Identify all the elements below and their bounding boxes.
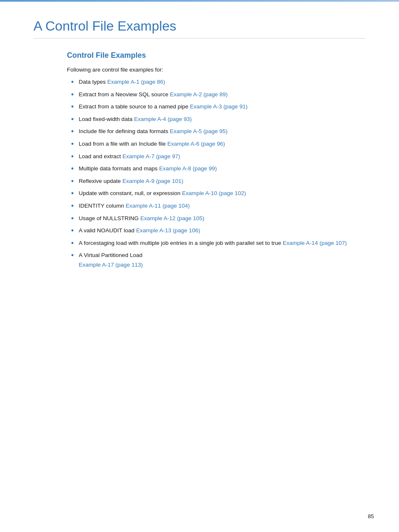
bullet-icon: •: [71, 164, 74, 174]
item-sub-link[interactable]: Example A-17 (page 113): [79, 261, 366, 269]
bullet-icon: •: [71, 152, 74, 162]
item-link[interactable]: Example A-13 (page 106): [136, 227, 200, 234]
item-text: Load and extract: [79, 153, 122, 159]
item-content: Include file for defining data formats E…: [79, 127, 366, 136]
item-content: Update with constant, null, or expressio…: [79, 189, 366, 198]
item-link[interactable]: Example A-4 (page 93): [134, 116, 192, 122]
item-link[interactable]: Example A-2 (page 89): [170, 91, 228, 98]
list-item: •Load and extract Example A-7 (page 97): [67, 152, 366, 162]
list-item: •Extract from a table source to a named …: [67, 103, 366, 112]
bullet-icon: •: [71, 214, 74, 224]
item-text: IDENTITY column: [79, 203, 125, 209]
item-text: Extract from a table source to a named p…: [79, 103, 190, 110]
bullet-icon: •: [71, 115, 74, 124]
item-text: Extract from a Neoview SQL source: [79, 91, 170, 98]
item-content: Load fixed-width data Example A-4 (page …: [79, 115, 366, 123]
section-title: Control File Examples: [67, 51, 366, 60]
page-number: 85: [368, 513, 374, 519]
bullet-icon: •: [71, 189, 74, 198]
list-item: •Reflexive update Example A-9 (page 101): [67, 177, 366, 186]
bullet-icon: •: [71, 202, 74, 211]
item-content: Load from a file with an Include file Ex…: [79, 140, 366, 148]
item-link[interactable]: Example A-6 (page 96): [167, 141, 225, 147]
bullet-icon: •: [71, 251, 74, 260]
item-text: Include file for defining data formats: [79, 128, 170, 134]
item-link[interactable]: Example A-9 (page 101): [123, 178, 184, 184]
bullet-icon: •: [71, 127, 74, 136]
bullet-icon: •: [71, 103, 74, 112]
item-text: Usage of NULLSTRING: [79, 215, 140, 221]
item-content: A forcestaging load with multiple job en…: [79, 239, 366, 247]
item-content: Extract from a Neoview SQL source Exampl…: [79, 90, 366, 99]
list-item: •A Virtual Partitioned LoadExample A-17 …: [67, 251, 366, 269]
intro-text: Following are control file examples for:: [67, 67, 366, 73]
list-item: •A valid NOAUDIT load Example A-13 (page…: [67, 226, 366, 236]
item-link[interactable]: Example A-8 (page 99): [159, 165, 217, 172]
bullet-icon: •: [71, 226, 74, 236]
list-item: •A forcestaging load with multiple job e…: [67, 239, 366, 248]
page-title: A Control File Examples: [33, 18, 366, 39]
item-link[interactable]: Example A-14 (page 107): [283, 240, 347, 246]
bullet-icon: •: [71, 78, 74, 87]
item-content: IDENTITY column Example A-11 (page 104): [79, 202, 366, 210]
item-text: A Virtual Partitioned Load: [79, 252, 142, 258]
item-content: A valid NOAUDIT load Example A-13 (page …: [79, 226, 366, 235]
list-item: •Usage of NULLSTRING Example A-12 (page …: [67, 214, 366, 224]
item-link[interactable]: Example A-7 (page 97): [123, 153, 180, 159]
top-border: [0, 0, 399, 2]
bullet-icon: •: [71, 239, 74, 248]
item-content: Data types Example A-1 (page 86): [79, 78, 366, 86]
item-text: Update with constant, null, or expressio…: [79, 190, 182, 196]
item-content: Usage of NULLSTRING Example A-12 (page 1…: [79, 214, 366, 223]
item-content: Load and extract Example A-7 (page 97): [79, 152, 366, 161]
list-item: •Extract from a Neoview SQL source Examp…: [67, 90, 366, 100]
item-text: Load fixed-width data: [79, 116, 134, 122]
item-text: Reflexive update: [79, 178, 122, 184]
item-link[interactable]: Example A-5 (page 95): [170, 128, 228, 134]
item-content: Reflexive update Example A-9 (page 101): [79, 177, 366, 185]
item-text: A forcestaging load with multiple job en…: [79, 240, 283, 246]
bullet-icon: •: [71, 177, 74, 186]
item-link[interactable]: Example A-3 (page 91): [190, 103, 248, 110]
item-text: Data types: [79, 79, 107, 85]
item-content: Extract from a table source to a named p…: [79, 103, 366, 111]
list-item: •Update with constant, null, or expressi…: [67, 189, 366, 198]
item-link[interactable]: Example A-12 (page 105): [140, 215, 204, 221]
item-content: A Virtual Partitioned LoadExample A-17 (…: [79, 251, 366, 269]
list-item: •Load fixed-width data Example A-4 (page…: [67, 115, 366, 124]
bullet-icon: •: [71, 140, 74, 149]
list-item: •Data types Example A-1 (page 86): [67, 78, 366, 87]
item-text: Multiple data formats and maps: [79, 165, 159, 172]
list-container: •Data types Example A-1 (page 86)•Extrac…: [67, 78, 366, 269]
list-item: •Include file for defining data formats …: [67, 127, 366, 136]
item-link[interactable]: Example A-11 (page 104): [126, 203, 190, 209]
item-text: A valid NOAUDIT load: [79, 227, 136, 234]
bullet-icon: •: [71, 90, 74, 100]
list-item: •Multiple data formats and maps Example …: [67, 164, 366, 174]
item-link[interactable]: Example A-10 (page 102): [182, 190, 246, 196]
item-content: Multiple data formats and maps Example A…: [79, 164, 366, 173]
item-text: Load from a file with an Include file: [79, 141, 167, 147]
list-item: •IDENTITY column Example A-11 (page 104): [67, 202, 366, 211]
list-item: •Load from a file with an Include file E…: [67, 140, 366, 149]
item-link[interactable]: Example A-1 (page 86): [107, 79, 165, 85]
